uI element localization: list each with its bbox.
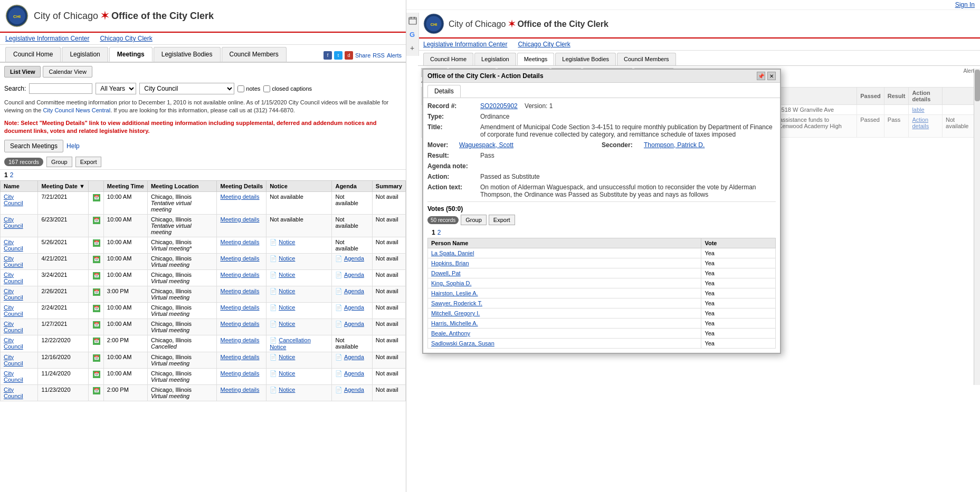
person-link[interactable]: Hairston, Leslie A. bbox=[431, 290, 478, 296]
action-link-bg[interactable]: lable bbox=[912, 107, 924, 113]
list-view-btn[interactable]: List View bbox=[4, 66, 41, 78]
votes-page-1[interactable]: 1 bbox=[432, 229, 435, 236]
col-date[interactable]: Meeting Date ▼ bbox=[38, 180, 88, 191]
modal-details-tab[interactable]: Details bbox=[427, 85, 461, 98]
person-link[interactable]: Sadlowski Garza, Susan bbox=[431, 340, 494, 346]
meeting-name-link[interactable]: City Council bbox=[4, 288, 23, 301]
calendar-cell-icon[interactable]: 📅 bbox=[93, 305, 100, 312]
agenda-link[interactable]: Agenda bbox=[344, 387, 364, 393]
notice-link[interactable]: Notice bbox=[279, 255, 295, 262]
agenda-link[interactable]: Agenda bbox=[344, 354, 364, 360]
right-tab-council-members[interactable]: Council Members bbox=[617, 53, 676, 65]
agenda-link[interactable]: Agenda bbox=[344, 272, 364, 278]
meeting-name-link[interactable]: City Council bbox=[4, 216, 23, 229]
calendar-cell-icon[interactable]: 📅 bbox=[93, 387, 100, 394]
tab-meetings[interactable]: Meetings bbox=[109, 47, 153, 62]
right-tab-legislation[interactable]: Legislation bbox=[474, 53, 516, 65]
agenda-link[interactable]: Agenda bbox=[344, 288, 364, 294]
scroll-thumb[interactable] bbox=[975, 70, 980, 101]
facebook-icon[interactable]: f bbox=[324, 51, 332, 60]
tab-legislative-bodies[interactable]: Legislative Bodies bbox=[154, 47, 221, 62]
search-meetings-btn[interactable]: Search Meetings bbox=[4, 140, 63, 152]
notice-link[interactable]: Notice bbox=[279, 272, 295, 278]
right-lic-link[interactable]: Legislative Information Center bbox=[423, 41, 507, 48]
meeting-details-link[interactable]: Meeting details bbox=[220, 288, 259, 294]
search-input[interactable] bbox=[29, 83, 92, 94]
modal-close-btn[interactable]: ✕ bbox=[767, 72, 776, 80]
action-details-link[interactable]: Action details bbox=[912, 117, 929, 129]
meeting-name-link[interactable]: City Council bbox=[4, 354, 23, 366]
calendar-cell-icon[interactable]: 📅 bbox=[93, 354, 100, 362]
notice-link[interactable]: Notice bbox=[279, 370, 295, 377]
meeting-details-link[interactable]: Meeting details bbox=[220, 370, 259, 377]
page-2[interactable]: 2 bbox=[10, 171, 14, 179]
agenda-link[interactable]: Agenda bbox=[344, 321, 364, 327]
person-link[interactable]: Beale, Anthony bbox=[431, 330, 470, 336]
city-clerk-link[interactable]: Chicago City Clerk bbox=[100, 35, 152, 42]
lic-link[interactable]: Legislative Information Center bbox=[5, 35, 89, 42]
votes-group-btn[interactable]: Group bbox=[461, 215, 487, 225]
meeting-name-link[interactable]: City Council bbox=[4, 387, 23, 399]
group-btn[interactable]: Group bbox=[46, 157, 72, 167]
person-link[interactable]: King, Sophia D. bbox=[431, 280, 471, 286]
meeting-details-link[interactable]: Meeting details bbox=[220, 194, 259, 200]
notice-link[interactable]: Notice bbox=[279, 288, 295, 294]
right-city-clerk-link[interactable]: Chicago City Clerk bbox=[518, 41, 570, 48]
calendar-view-btn[interactable]: Calendar View bbox=[43, 66, 92, 78]
record-link[interactable]: SO20205902 bbox=[480, 102, 518, 110]
tab-council-home[interactable]: Council Home bbox=[5, 47, 61, 62]
calendar-cell-icon[interactable]: 📅 bbox=[93, 321, 100, 329]
person-link[interactable]: Hopkins, Brian bbox=[431, 260, 469, 266]
person-link[interactable]: La Spata, Daniel bbox=[431, 250, 474, 256]
meeting-details-link[interactable]: Meeting details bbox=[220, 255, 259, 262]
person-link[interactable]: Dowell, Pat bbox=[431, 270, 461, 276]
digg-icon[interactable]: d bbox=[345, 51, 353, 60]
meeting-details-link[interactable]: Meeting details bbox=[220, 239, 259, 245]
page-1[interactable]: 1 bbox=[4, 171, 8, 179]
meeting-name-link[interactable]: City Council bbox=[4, 321, 23, 333]
modal-pin-btn[interactable]: 📌 bbox=[757, 72, 765, 80]
mover-value[interactable]: Waguespack, Scott bbox=[459, 141, 513, 149]
meeting-name-link[interactable]: City Council bbox=[4, 255, 23, 268]
meeting-details-link[interactable]: Meeting details bbox=[220, 272, 259, 278]
export-btn[interactable]: Export bbox=[75, 157, 102, 167]
agenda-link[interactable]: Agenda bbox=[344, 255, 364, 262]
sign-in-link[interactable]: Sign In bbox=[955, 1, 975, 8]
votes-export-btn[interactable]: Export bbox=[489, 215, 515, 225]
calendar-sidebar-icon[interactable] bbox=[408, 16, 417, 25]
meeting-name-link[interactable]: City Council bbox=[4, 239, 23, 252]
notice-link[interactable]: Notice bbox=[279, 387, 295, 393]
calendar-cell-icon[interactable]: 📅 bbox=[93, 256, 100, 263]
calendar-cell-icon[interactable]: 📅 bbox=[93, 288, 100, 296]
city-council-news-link[interactable]: City Council News Central bbox=[43, 107, 110, 113]
agenda-link[interactable]: Agenda bbox=[344, 370, 364, 377]
google-sidebar-icon[interactable]: G bbox=[408, 30, 417, 39]
calendar-cell-icon[interactable]: 📅 bbox=[93, 337, 100, 345]
meeting-name-link[interactable]: City Council bbox=[4, 337, 23, 350]
help-link[interactable]: Help bbox=[66, 142, 80, 150]
rss-link[interactable]: RSS bbox=[373, 52, 385, 59]
share-link[interactable]: Share bbox=[355, 52, 370, 59]
meeting-details-link[interactable]: Meeting details bbox=[220, 321, 259, 327]
notes-checkbox[interactable] bbox=[237, 85, 244, 92]
person-link[interactable]: Sawyer, Roderick T. bbox=[431, 300, 482, 306]
plus-sidebar-icon[interactable]: + bbox=[408, 43, 417, 53]
meeting-details-link[interactable]: Meeting details bbox=[220, 337, 259, 343]
calendar-cell-icon[interactable]: 📅 bbox=[93, 217, 100, 224]
right-tab-legislative-bodies[interactable]: Legislative Bodies bbox=[555, 53, 616, 65]
right-tab-meetings[interactable]: Meetings bbox=[517, 53, 555, 65]
person-link[interactable]: Harris, Michelle A. bbox=[431, 320, 478, 326]
right-tab-council-home[interactable]: Council Home bbox=[423, 53, 473, 65]
closed-captions-checkbox[interactable] bbox=[263, 85, 270, 92]
tab-council-members[interactable]: Council Members bbox=[222, 47, 287, 62]
calendar-cell-icon[interactable]: 📅 bbox=[93, 272, 100, 279]
meeting-details-link[interactable]: Meeting details bbox=[220, 354, 259, 360]
notice-link[interactable]: Notice bbox=[279, 304, 295, 311]
meeting-details-link[interactable]: Meeting details bbox=[220, 304, 259, 311]
twitter-icon[interactable]: t bbox=[334, 51, 342, 60]
meeting-name-link[interactable]: City Council bbox=[4, 370, 23, 383]
body-select[interactable]: City Council Finance Committee bbox=[139, 83, 234, 94]
col-name[interactable]: Name bbox=[1, 180, 38, 191]
meeting-name-link[interactable]: City Council bbox=[4, 272, 23, 284]
meeting-details-link[interactable]: Meeting details bbox=[220, 216, 259, 223]
